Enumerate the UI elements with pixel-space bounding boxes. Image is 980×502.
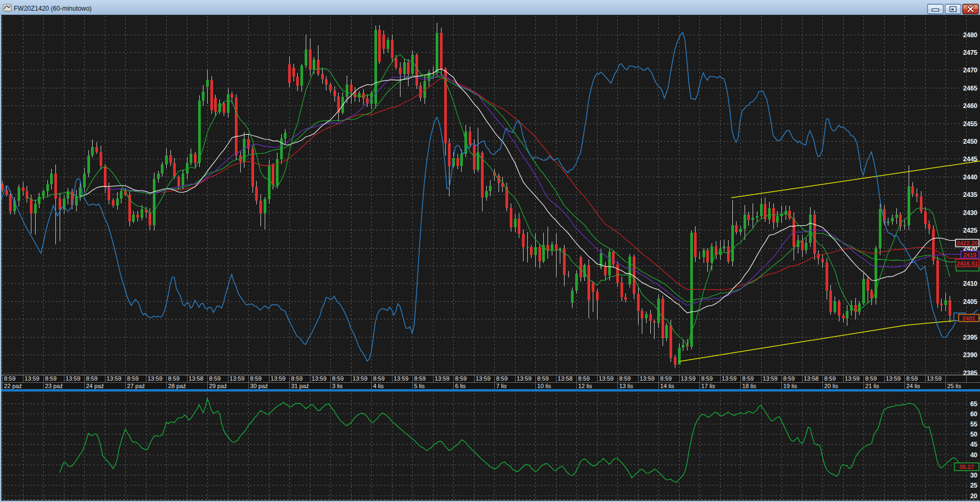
svg-text:8:59: 8:59 [496, 375, 508, 382]
svg-text:8:59: 8:59 [455, 375, 467, 382]
svg-text:22 paź: 22 paź [4, 383, 22, 389]
svg-text:10 lis: 10 lis [537, 383, 552, 389]
svg-text:2480: 2480 [963, 31, 977, 39]
svg-text:13:59: 13:59 [763, 375, 778, 382]
svg-text:40: 40 [970, 451, 978, 459]
svg-text:8:59: 8:59 [783, 375, 795, 382]
svg-text:8:59: 8:59 [168, 375, 180, 382]
svg-text:13:59: 13:59 [394, 375, 409, 382]
svg-text:2395: 2395 [963, 334, 977, 341]
svg-text:8:59: 8:59 [619, 375, 631, 382]
svg-text:14 lis: 14 lis [660, 383, 675, 389]
svg-text:25: 25 [970, 482, 978, 489]
svg-text:18 lis: 18 lis [742, 383, 757, 389]
svg-text:24 lis: 24 lis [907, 383, 921, 389]
svg-text:8:59: 8:59 [127, 375, 139, 382]
svg-text:8:59: 8:59 [742, 375, 754, 382]
svg-text:FW20Z1420 (60-minutowo): FW20Z1420 (60-minutowo) [14, 5, 92, 12]
svg-text:50: 50 [970, 431, 978, 438]
svg-text:25 lis: 25 lis [948, 383, 962, 389]
svg-text:29 paź: 29 paź [209, 383, 227, 389]
svg-text:31 paź: 31 paź [291, 383, 309, 389]
svg-text:13:59: 13:59 [886, 375, 901, 382]
svg-text:8:59: 8:59 [907, 375, 918, 382]
svg-text:2440: 2440 [963, 174, 977, 181]
svg-text:13:59: 13:59 [107, 375, 121, 382]
svg-text:2455: 2455 [963, 120, 977, 128]
svg-text:13 lis: 13 lis [619, 383, 634, 389]
svg-text:8:59: 8:59 [45, 375, 57, 382]
svg-text:20 lis: 20 lis [824, 383, 839, 389]
svg-text:20: 20 [970, 492, 978, 500]
svg-text:28 paź: 28 paź [168, 383, 186, 389]
svg-text:19 lis: 19 lis [783, 383, 798, 389]
svg-text:2460: 2460 [963, 102, 977, 110]
svg-text:2401: 2401 [962, 315, 975, 322]
svg-text:2475: 2475 [963, 49, 977, 56]
svg-text:13:59: 13:59 [24, 375, 39, 382]
svg-text:2416.51: 2416.51 [957, 260, 978, 267]
svg-text:13:59: 13:59 [845, 375, 860, 382]
svg-text:13:58: 13:58 [189, 375, 203, 382]
svg-text:8:59: 8:59 [414, 375, 426, 382]
svg-text:60: 60 [970, 410, 978, 418]
svg-text:13:59: 13:59 [312, 375, 326, 382]
svg-text:8:59: 8:59 [4, 375, 16, 382]
svg-text:35.27: 35.27 [959, 464, 974, 470]
svg-text:13:59: 13:59 [722, 375, 737, 382]
svg-text:30 paź: 30 paź [250, 383, 268, 389]
svg-text:13:59: 13:59 [517, 375, 532, 382]
svg-text:3 lis: 3 lis [332, 383, 343, 389]
svg-text:55: 55 [970, 421, 978, 428]
svg-text:2430: 2430 [963, 209, 977, 217]
svg-text:13:59: 13:59 [681, 375, 696, 382]
svg-text:45: 45 [970, 441, 978, 448]
svg-text:13:59: 13:59 [476, 375, 491, 382]
svg-text:8:59: 8:59 [660, 375, 672, 382]
svg-text:8:59: 8:59 [332, 375, 344, 382]
svg-text:13:59: 13:59 [435, 375, 450, 382]
svg-text:13:59: 13:59 [271, 375, 285, 382]
svg-text:13:59: 13:59 [230, 375, 244, 382]
svg-text:8:59: 8:59 [291, 375, 303, 382]
svg-text:13:59: 13:59 [927, 375, 942, 382]
svg-text:8:59: 8:59 [86, 375, 98, 382]
svg-text:8:59: 8:59 [209, 375, 221, 382]
svg-text:8:59: 8:59 [824, 375, 836, 382]
svg-text:13:59: 13:59 [640, 375, 655, 382]
svg-text:8:59: 8:59 [578, 375, 590, 382]
svg-text:13:58: 13:58 [804, 375, 819, 382]
svg-text:24 paź: 24 paź [86, 383, 104, 389]
svg-text:2405: 2405 [963, 298, 977, 306]
svg-text:23 paź: 23 paź [45, 383, 63, 389]
svg-text:2470: 2470 [963, 67, 977, 74]
svg-text:27 paź: 27 paź [127, 383, 145, 389]
svg-text:30: 30 [970, 472, 978, 479]
svg-text:5 lis: 5 lis [414, 383, 425, 389]
svg-text:8:59: 8:59 [865, 375, 877, 382]
svg-text:7 lis: 7 lis [496, 383, 507, 389]
svg-text:2385: 2385 [963, 369, 977, 377]
svg-text:8:59: 8:59 [701, 375, 713, 382]
svg-text:2419: 2419 [963, 252, 976, 258]
svg-text:6 lis: 6 lis [455, 383, 466, 389]
svg-text:65: 65 [970, 400, 978, 408]
svg-text:2410: 2410 [963, 280, 977, 287]
svg-text:12 lis: 12 lis [578, 383, 593, 389]
svg-text:2425: 2425 [963, 227, 977, 234]
svg-text:8:59: 8:59 [250, 375, 262, 382]
svg-text:8:59: 8:59 [537, 375, 549, 382]
svg-text:2422.20: 2422.20 [957, 240, 978, 246]
svg-text:13:59: 13:59 [148, 375, 162, 382]
svg-text:2390: 2390 [963, 351, 977, 359]
svg-text:2445: 2445 [963, 155, 977, 163]
svg-text:2465: 2465 [963, 85, 977, 92]
svg-text:8:59: 8:59 [373, 375, 385, 382]
svg-text:17 lis: 17 lis [701, 383, 716, 389]
svg-text:13:59: 13:59 [66, 375, 80, 382]
svg-text:2450: 2450 [963, 138, 977, 145]
svg-text:13:59: 13:59 [353, 375, 368, 382]
svg-text:21 lis: 21 lis [865, 383, 880, 389]
svg-text:2435: 2435 [963, 191, 977, 199]
svg-text:4 lis: 4 lis [373, 383, 384, 389]
